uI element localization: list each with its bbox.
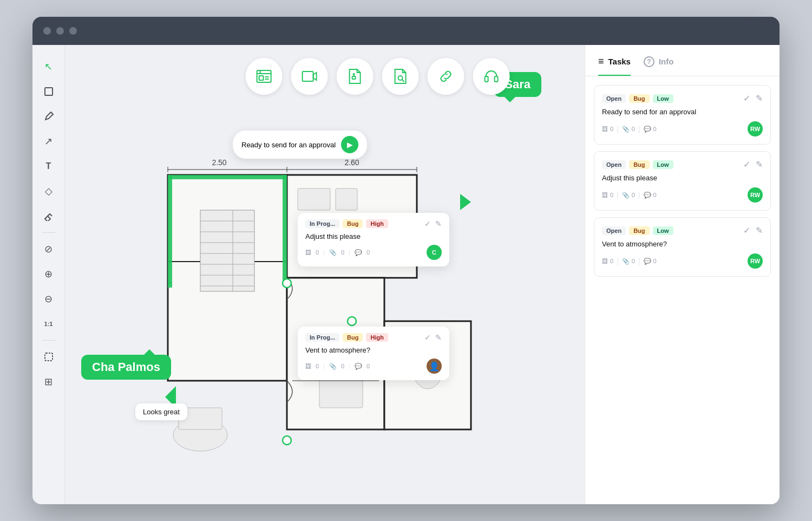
titlebar-dot-3 [69,27,77,35]
titlebar-dot-2 [56,27,64,35]
svg-point-54 [348,317,356,325]
card-header-1: In Prog... Bug High ✓ ✎ [305,219,442,228]
task-status-3: Open [602,226,626,235]
zip-icon-btn[interactable] [337,58,374,95]
grid-tool[interactable]: ⊞ [38,371,60,393]
canvas-area: 2.50 2.60 [65,45,585,504]
edit-action-2[interactable]: ✎ [435,333,442,342]
comment-count-1: 0 [366,249,370,256]
task-badges-3: Open Bug Low [602,226,673,235]
search-doc-icon-btn[interactable] [382,58,419,95]
comment-count-t2: 0 [653,192,657,198]
task-type-2: Bug [629,160,649,169]
link-icon-btn[interactable] [428,58,464,95]
headphone-icon-btn[interactable] [473,58,510,95]
image-icon-1: 🖼 [305,249,311,256]
annotation-card-2: In Prog... Bug High ✓ ✎ Vent to atmosphe… [298,327,449,380]
avatar-1: C [427,245,442,260]
task-footer-3: 🖼 0 | 📎 0 | 💬 0 [602,253,763,269]
svg-rect-40 [336,188,357,210]
send-button[interactable]: ▶ [341,136,358,153]
svg-rect-14 [485,76,488,82]
task-card-2: Open Bug Low ✓ ✎ Adjust this please 🖼 [594,151,771,211]
rectangle-tool[interactable] [38,81,60,102]
svg-text:2.50: 2.50 [212,158,226,167]
task-card-header-1: Open Bug Low ✓ ✎ [602,93,763,103]
hide-tool[interactable]: ⊘ [38,238,60,260]
task-avatar-3: RW [748,253,763,269]
svg-rect-0 [45,88,53,95]
attach-icon-2: 📎 [329,363,337,370]
panel-tabs: ≡ Tasks ? Info [585,45,780,76]
img-icon-3: 🖼 [602,258,608,264]
image-count-1: 0 [316,249,319,256]
task-check-3[interactable]: ✓ [743,225,750,236]
comment-count-2: 0 [366,363,370,369]
svg-line-13 [402,80,404,82]
attach-count-2: 0 [341,363,344,369]
task-comments-1: 💬 0 [644,126,657,133]
arrow-tool[interactable]: ↗ [38,131,60,152]
task-title-2: Adjust this please [602,174,763,182]
text-tool[interactable]: T [38,155,60,177]
diamond-tool[interactable]: ◇ [38,180,60,202]
svg-rect-51 [283,175,287,283]
task-attachments-1: 📎 0 [622,126,635,133]
task-actions-3: ✓ ✎ [743,225,763,236]
attach-count-t1: 0 [632,126,635,132]
img-count-2: 0 [610,192,613,198]
task-card-1: Open Bug Low ✓ ✎ Ready to send for an ap… [594,85,771,145]
app-window: ↖ ↗ T ◇ ⊘ ⊕ ⊖ 1:1 ⊞ [32,17,780,504]
task-priority-1: Low [653,94,673,103]
svg-rect-52 [168,282,172,288]
tasks-label: Tasks [608,57,631,66]
card-actions-1: ✓ ✎ [424,219,442,228]
image-count-2: 0 [316,363,319,369]
card-header-2: In Prog... Bug High ✓ ✎ [305,333,442,342]
task-edit-2[interactable]: ✎ [756,159,763,170]
comment-count-t3: 0 [653,258,657,264]
pen-tool[interactable] [38,106,60,127]
attach-count-t2: 0 [632,192,635,198]
svg-rect-43 [319,375,363,408]
attach-count-1: 0 [341,249,344,256]
tab-tasks[interactable]: ≡ Tasks [598,56,631,76]
icon-bar [246,58,510,95]
task-edit-1[interactable]: ✎ [756,93,763,103]
attach-icon-t2: 📎 [622,192,630,199]
type-badge-bug-2: Bug [343,333,363,342]
svg-rect-30 [200,210,254,291]
tasks-icon: ≡ [598,56,604,67]
ratio-tool[interactable]: 1:1 [38,313,60,335]
task-check-2[interactable]: ✓ [743,159,750,170]
video-icon-btn[interactable] [291,58,328,95]
task-title-1: Ready to send for an approval [602,108,763,116]
priority-badge-high: High [366,219,388,228]
tab-info[interactable]: ? Info [644,56,674,76]
task-avatar-2: RW [748,187,763,203]
svg-rect-50 [168,175,172,283]
check-action[interactable]: ✓ [424,219,431,228]
task-badges-2: Open Bug Low [602,160,673,169]
cha-palmos-bubble: Cha Palmos [81,355,171,380]
task-status-1: Open [602,94,626,103]
task-edit-3[interactable]: ✎ [756,225,763,236]
task-title-3: Vent to atmosphere? [602,240,763,248]
task-card-header-3: Open Bug Low ✓ ✎ [602,225,763,236]
task-check-1[interactable]: ✓ [743,93,750,103]
card-footer-1: 🖼 0 | 📎 0 | 💬 0 C [305,245,442,260]
svg-text:2.60: 2.60 [344,158,359,167]
check-action-2[interactable]: ✓ [424,333,431,342]
select-tool[interactable]: ↖ [38,56,60,77]
task-type-1: Bug [629,94,649,103]
zoom-out-tool[interactable]: ⊖ [38,288,60,310]
media-icon-btn[interactable] [246,58,283,95]
titlebar-dot-1 [43,27,51,35]
task-footer-1: 🖼 0 | 📎 0 | 💬 0 [602,121,763,136]
send-bubble: Ready to send for an approval ▶ [233,131,367,159]
frame-tool[interactable] [38,346,60,368]
eraser-tool[interactable] [38,205,60,227]
edit-action[interactable]: ✎ [435,219,442,228]
card-actions-2: ✓ ✎ [424,333,442,342]
zoom-in-tool[interactable]: ⊕ [38,263,60,285]
